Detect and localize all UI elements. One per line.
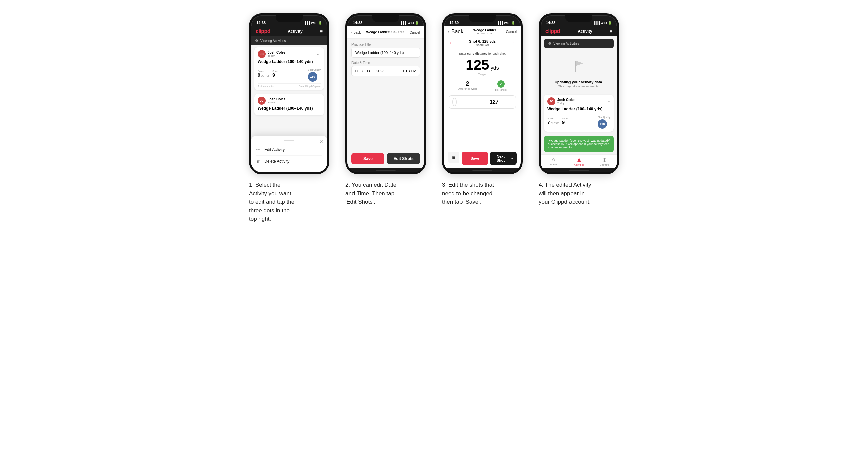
- practice-title-input[interactable]: Wedge Ladder (100–140 yds): [351, 48, 420, 58]
- delete-activity-item[interactable]: 🗑 Delete Activity: [256, 156, 322, 167]
- distance-unit: yds: [491, 65, 499, 71]
- three-dots-btn-1[interactable]: ···: [317, 51, 321, 57]
- trash-icon: 🗑: [256, 159, 261, 164]
- tab-capture-label: Capture: [600, 163, 609, 166]
- cancel-btn-3[interactable]: Cancel: [506, 30, 517, 34]
- card-title-1: Wedge Ladder (100–140 yds): [257, 59, 321, 64]
- distance-num: 125: [466, 57, 489, 73]
- distance-input[interactable]: [459, 99, 521, 105]
- back-btn-3[interactable]: ‹ Back: [448, 29, 463, 35]
- loading-sub: This may take a few moments.: [558, 85, 599, 88]
- date-time-row[interactable]: 06 / 03 / 2023 1:13 PM: [351, 66, 420, 76]
- caption-2: 2. You can edit Date and Time. Then tap …: [345, 181, 426, 206]
- three-dots-btn-2[interactable]: ···: [317, 98, 321, 103]
- user-time-4: Today: [557, 102, 575, 105]
- edit-activity-label: Edit Activity: [264, 147, 285, 152]
- prev-shot-btn[interactable]: ←: [449, 40, 454, 46]
- footer-right-1: Data: Clippd Capture: [299, 85, 321, 87]
- diff-label: Difference (yds): [458, 87, 476, 90]
- user-time-1: Today: [268, 54, 285, 57]
- shot-num: Shot 6, 125 yds: [469, 39, 496, 43]
- banner-text-4: Viewing Activities: [553, 41, 579, 45]
- golf-flag-icon: [570, 57, 587, 77]
- cancel-btn-2[interactable]: Cancel: [409, 31, 420, 34]
- score-val-1: 9: [257, 72, 260, 78]
- shots-label-1: Shots: [272, 70, 278, 72]
- save-shot-btn[interactable]: Save: [462, 152, 488, 165]
- caption-3: 3. Edit the shots that need to be change…: [442, 181, 523, 206]
- user-name-2: Josh Coles: [268, 97, 285, 101]
- hit-target-metric: ✓ Hit Target: [495, 80, 507, 91]
- activity-card-2: JC Josh Coles Today ··· Wedge Ladder (10…: [254, 94, 324, 116]
- success-toast: ✕ "Wedge Ladder (100–140 yds)" was updat…: [544, 135, 614, 152]
- clippd-logo-4: clippd: [545, 28, 560, 34]
- next-arrow-icon: →: [510, 156, 514, 160]
- toast-text: "Wedge Ladder (100–140 yds)" was updated…: [548, 139, 610, 149]
- delete-activity-label: Delete Activity: [264, 159, 289, 164]
- form-content-2: Practice Title Wedge Ladder (100–140 yds…: [347, 39, 424, 150]
- status-icons-1: ▐▐▐WiFi🔋: [304, 22, 322, 25]
- nav-title-1: Activity: [288, 29, 302, 34]
- score-label-1: Score: [257, 70, 270, 72]
- toast-close-btn[interactable]: ✕: [608, 137, 611, 142]
- loading-area-4: Updating your activity data. This may ta…: [541, 51, 617, 95]
- practice-title-label: Practice Title: [351, 42, 420, 46]
- bottom-sheet: ✕ ✏ Edit Activity 🗑 Delete Activity: [251, 135, 327, 168]
- shot-header-3: ← Shot 6, 125 yds Score 7/9 →: [444, 37, 521, 49]
- user-time-2: Today: [268, 101, 285, 104]
- save-btn-2[interactable]: Save: [351, 153, 384, 164]
- activities-icon: ♟: [577, 157, 581, 163]
- hamburger-icon-4[interactable]: ≡: [610, 29, 613, 34]
- decrement-btn[interactable]: −: [453, 98, 457, 106]
- date-month: 03: [366, 69, 370, 73]
- date-time-label: Date & Time: [351, 61, 420, 65]
- viewing-banner-4: ⚙ Viewing Activities: [544, 39, 614, 48]
- quality-badge-1: 130: [308, 72, 317, 82]
- delete-shot-btn[interactable]: 🗑: [448, 152, 460, 163]
- status-icons-3: ▐▐▐WiFi🔋: [497, 22, 515, 25]
- next-shot-arrow-btn[interactable]: →: [510, 40, 516, 46]
- activity-card-1: JC Josh Coles Today ··· Wedge Ladder (10…: [254, 47, 324, 90]
- shot-nav-3: ‹ Back Wedge Ladder 06 Mar 2023 Cancel: [444, 26, 521, 37]
- caption-1: 1. Select the Activity you want to edit …: [249, 181, 329, 223]
- tab-home[interactable]: ⌂ Home: [541, 155, 566, 168]
- user-name-1: Josh Coles: [268, 51, 285, 54]
- tab-capture[interactable]: ⊕ Capture: [592, 155, 617, 168]
- date-day: 06: [355, 69, 359, 73]
- carry-label: Enter carry distance for each shot: [459, 52, 506, 55]
- quality-label-1: Shot Quality: [308, 69, 321, 71]
- home-icon: ⌂: [552, 157, 555, 163]
- card-title-2: Wedge Ladder (100–140 yds): [257, 106, 321, 111]
- caption-4: 4. The edited Activity will then appear …: [539, 181, 619, 206]
- status-time-1: 14:38: [256, 21, 266, 25]
- svg-marker-1: [576, 61, 583, 66]
- sheet-close-btn[interactable]: ✕: [319, 139, 323, 144]
- phone-4: 14:38 ▐▐▐WiFi🔋 clippd Activity ≡ ⚙ Viewi…: [535, 13, 622, 206]
- target-label: Target: [478, 73, 486, 76]
- back-btn-2[interactable]: ‹ Back: [351, 31, 361, 34]
- tab-activities[interactable]: ♟ Activities: [566, 155, 592, 168]
- hamburger-icon-1[interactable]: ≡: [320, 29, 323, 34]
- edit-activity-item[interactable]: ✏ Edit Activity: [256, 144, 322, 156]
- banner-text-1: Viewing Activities: [260, 39, 286, 42]
- form-buttons-2: Save Edit Shots: [347, 150, 424, 168]
- next-shot-btn[interactable]: Next Shot →: [490, 152, 517, 165]
- distance-input-row: − +: [449, 95, 516, 109]
- shots-val-1: 9: [272, 72, 275, 78]
- edit-shots-btn-2[interactable]: Edit Shots: [387, 153, 420, 164]
- card-title-4: Wedge Ladder (100–140 yds): [547, 107, 611, 112]
- nav-title-4: Activity: [578, 29, 592, 34]
- three-dots-btn-4[interactable]: ···: [607, 99, 611, 104]
- status-icons-4: ▐▐▐WiFi🔋: [593, 22, 612, 25]
- user-name-4: Josh Coles: [557, 98, 575, 102]
- score-label-4: Score: [547, 117, 559, 120]
- nav-title-3: Wedge Ladder: [473, 28, 496, 32]
- status-time-3: 14:39: [450, 21, 459, 25]
- tab-bar-4: ⌂ Home ♟ Activities ⊕ Capture: [541, 154, 617, 168]
- status-time-4: 14:38: [546, 21, 555, 25]
- shot-score: Score 7/9: [469, 43, 496, 46]
- loading-title: Updating your activity data.: [555, 80, 603, 84]
- next-shot-label: Next Shot: [493, 154, 509, 162]
- diff-value: 2: [458, 80, 476, 87]
- quality-label-4: Shot Quality: [598, 116, 611, 118]
